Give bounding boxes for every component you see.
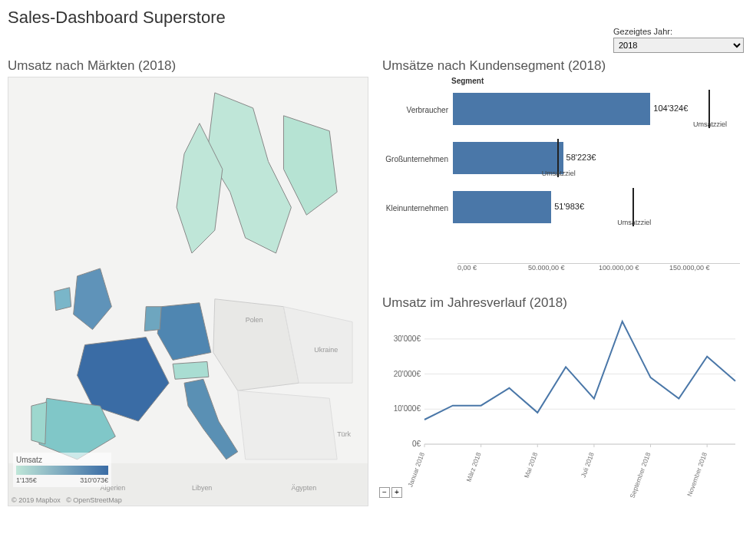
segment-value: 51'983€ xyxy=(554,202,584,211)
svg-text:Mai 2018: Mai 2018 xyxy=(523,451,539,479)
svg-text:Ägypten: Ägypten xyxy=(291,484,316,492)
map-legend: Umsatz 1'135€ 310'073€ xyxy=(13,453,111,487)
zoom-out-button[interactable]: − xyxy=(379,487,390,498)
trend-chart[interactable]: 0€10'000€20'000€30'000€Januar 2018März 2… xyxy=(382,314,743,498)
map-title: Umsatz nach Märkten (2018) xyxy=(8,58,376,74)
segment-row[interactable]: Verbraucher104'324€Umsatzziel xyxy=(382,85,743,134)
map-panel: Umsatz nach Märkten (2018) xyxy=(8,58,376,506)
trend-title: Umsatz im Jahresverlauf (2018) xyxy=(382,295,751,311)
segment-bar xyxy=(453,93,650,125)
trend-panel: Umsatz im Jahresverlauf (2018) 0€10'000€… xyxy=(382,295,751,506)
segment-name: Großunternehmen xyxy=(382,155,453,163)
svg-text:Türk: Türk xyxy=(337,430,351,438)
segment-panel: Umsätze nach Kundensegment (2018) Segmen… xyxy=(382,58,751,281)
map-legend-min: 1'135€ xyxy=(16,476,37,484)
svg-text:November 2018: November 2018 xyxy=(685,451,708,498)
map-legend-gradient xyxy=(16,466,108,475)
svg-text:10'000€: 10'000€ xyxy=(394,404,421,413)
segment-name: Verbraucher xyxy=(382,106,453,114)
svg-text:Ukraine: Ukraine xyxy=(314,346,338,354)
svg-text:20'000€: 20'000€ xyxy=(394,370,421,378)
map-legend-max: 310'073€ xyxy=(80,476,108,484)
map-attribution: © 2019 Mapbox © OpenStreetMap xyxy=(12,496,122,504)
target-label: Umsatzziel xyxy=(693,120,727,128)
map-svg: Polen Ukraine Türk Algerien Libyen Ägypt… xyxy=(8,77,368,506)
segment-header: Segment xyxy=(382,77,751,85)
zoom-controls: − + xyxy=(379,487,402,498)
segment-axis: 0,00 €50.000,00 €100.000,00 €150.000,00 … xyxy=(457,263,740,277)
svg-text:Polen: Polen xyxy=(246,316,263,324)
page-title: Sales-Dashboard Superstore xyxy=(8,8,745,28)
segment-chart[interactable]: Verbraucher104'324€UmsatzzielGroßunterne… xyxy=(382,85,743,277)
year-select[interactable]: 2018 xyxy=(613,38,744,53)
segment-row[interactable]: Großunternehmen58'223€Umsatzziel xyxy=(382,134,743,183)
trend-line xyxy=(424,321,735,420)
attrib-osm[interactable]: © OpenStreetMap xyxy=(66,496,122,504)
segment-row[interactable]: Kleinunternehmen51'983€Umsatzziel xyxy=(382,183,743,232)
year-picker-label: Gezeigtes Jahr: xyxy=(613,27,744,36)
segment-name: Kleinunternehmen xyxy=(382,204,453,212)
svg-text:0€: 0€ xyxy=(412,440,421,448)
map-legend-title: Umsatz xyxy=(16,456,108,464)
svg-text:September 2018: September 2018 xyxy=(629,451,652,498)
svg-text:Januar 2018: Januar 2018 xyxy=(406,451,426,488)
svg-text:30'000€: 30'000€ xyxy=(394,334,421,343)
svg-text:Juli 2018: Juli 2018 xyxy=(580,451,596,479)
segment-title: Umsätze nach Kundensegment (2018) xyxy=(382,58,751,74)
segment-bar xyxy=(453,191,551,223)
target-label: Umsatzziel xyxy=(542,170,576,177)
target-label: Umsatzziel xyxy=(617,219,651,226)
year-picker: Gezeigtes Jahr: 2018 xyxy=(613,27,744,53)
zoom-in-button[interactable]: + xyxy=(391,487,402,498)
attrib-mapbox[interactable]: © 2019 Mapbox xyxy=(12,496,61,504)
svg-text:Libyen: Libyen xyxy=(192,484,212,492)
segment-value: 58'223€ xyxy=(566,153,596,162)
svg-text:März 2018: März 2018 xyxy=(464,451,482,483)
segment-value: 104'324€ xyxy=(653,104,688,113)
map-chart[interactable]: Polen Ukraine Türk Algerien Libyen Ägypt… xyxy=(8,77,368,506)
